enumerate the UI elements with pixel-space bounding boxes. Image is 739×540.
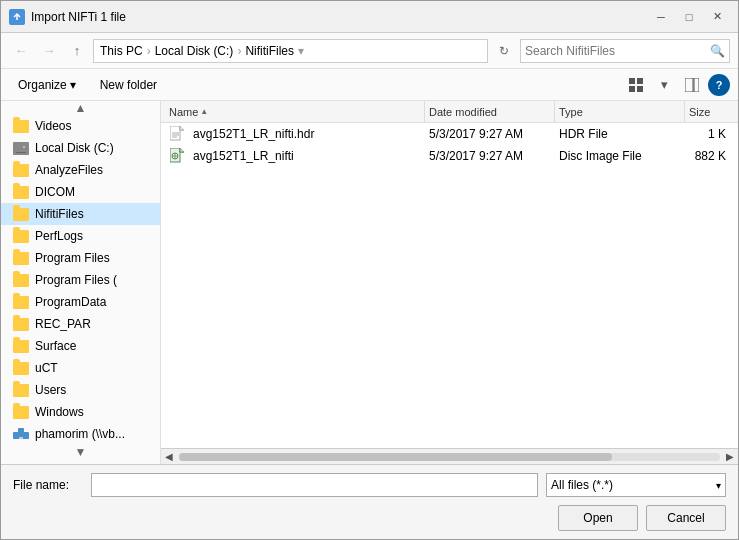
file-icon-hdr	[169, 126, 185, 142]
sidebar-item-recpar[interactable]: REC_PAR	[1, 313, 160, 335]
file-list: avg152T1_LR_nifti.hdr 5/3/2017 9:27 AM H…	[161, 123, 738, 448]
sidebar-label-analyzefiles: AnalyzeFiles	[35, 163, 103, 177]
sidebar-item-localdisk[interactable]: Local Disk (C:)	[1, 137, 160, 159]
column-header-size[interactable]: Size	[685, 101, 734, 122]
maximize-button[interactable]: □	[676, 7, 702, 27]
sidebar-item-surface[interactable]: Surface	[1, 335, 160, 357]
sidebar-item-programfiles86[interactable]: Program Files (	[1, 269, 160, 291]
folder-icon	[13, 120, 29, 133]
sidebar-item-windows[interactable]: Windows	[1, 401, 160, 423]
view-button[interactable]	[624, 73, 648, 97]
table-row[interactable]: avg152T1_LR_nifti.hdr 5/3/2017 9:27 AM H…	[161, 123, 738, 145]
drive-icon	[13, 142, 29, 155]
secondary-toolbar: Organize ▾ New folder ▾ ?	[1, 69, 738, 101]
file-type-2: Disc Image File	[555, 149, 685, 163]
action-buttons: Open Cancel	[13, 505, 726, 531]
dialog-title: Import NIFTi 1 file	[31, 10, 648, 24]
help-button[interactable]: ?	[708, 74, 730, 96]
filename-row: File name: All files (*.*) ▾	[13, 473, 726, 497]
open-button[interactable]: Open	[558, 505, 638, 531]
dialog-window: Import NIFTi 1 file ─ □ ✕ ← → ↑ This PC …	[0, 0, 739, 540]
breadcrumb-sep1: ›	[147, 44, 151, 58]
organize-button[interactable]: Organize ▾	[9, 74, 85, 96]
sidebar-item-videos[interactable]: Videos	[1, 115, 160, 137]
preview-button[interactable]	[680, 73, 704, 97]
sidebar-label-videos: Videos	[35, 119, 71, 133]
sidebar-label-recpar: REC_PAR	[35, 317, 91, 331]
up-button[interactable]: ↑	[65, 39, 89, 63]
sidebar-label-programfiles: Program Files	[35, 251, 110, 265]
sidebar-label-surface: Surface	[35, 339, 76, 353]
scroll-left-button[interactable]: ◀	[161, 449, 177, 465]
folder-icon	[13, 362, 29, 375]
sidebar-item-users[interactable]: Users	[1, 379, 160, 401]
sidebar-item-nifitifiles[interactable]: NifitiFiles	[1, 203, 160, 225]
sidebar-label-perflogs: PerfLogs	[35, 229, 83, 243]
breadcrumb-nifitifiles: NifitiFiles	[245, 44, 294, 58]
window-controls: ─ □ ✕	[648, 7, 730, 27]
view-dropdown-button[interactable]: ▾	[652, 73, 676, 97]
new-folder-button[interactable]: New folder	[91, 74, 166, 96]
dialog-icon	[9, 9, 25, 25]
breadcrumb[interactable]: This PC › Local Disk (C:) › NifitiFiles …	[93, 39, 488, 63]
sidebar-label-localdisk: Local Disk (C:)	[35, 141, 114, 155]
svg-point-9	[23, 146, 25, 148]
scrollbar-thumb	[179, 453, 612, 461]
cancel-button[interactable]: Cancel	[646, 505, 726, 531]
folder-icon	[13, 274, 29, 287]
folder-icon	[13, 230, 29, 243]
sidebar-item-phamorim[interactable]: phamorim (\\vb...	[1, 423, 160, 445]
svg-rect-6	[694, 78, 699, 92]
forward-button[interactable]: →	[37, 39, 61, 63]
folder-icon	[13, 340, 29, 353]
svg-rect-4	[637, 86, 643, 92]
search-icon[interactable]: 🔍	[710, 44, 725, 58]
sidebar-label-windows: Windows	[35, 405, 84, 419]
sidebar-item-perflogs[interactable]: PerfLogs	[1, 225, 160, 247]
table-row[interactable]: avg152T1_LR_nifti 5/3/2017 9:27 AM Disc …	[161, 145, 738, 167]
minimize-button[interactable]: ─	[648, 7, 674, 27]
network-icon	[13, 428, 29, 441]
sidebar-item-uct[interactable]: uCT	[1, 357, 160, 379]
sidebar-label-phamorim: phamorim (\\vb...	[35, 427, 125, 441]
horizontal-scrollbar[interactable]: ◀ ▶	[161, 448, 738, 464]
file-list-container: Name ▲ Date modified Type Size	[161, 101, 738, 464]
column-header-name[interactable]: Name ▲	[165, 101, 425, 122]
filename-input[interactable]	[91, 473, 538, 497]
folder-icon	[13, 406, 29, 419]
svg-rect-5	[685, 78, 693, 92]
sidebar-label-programdata: ProgramData	[35, 295, 106, 309]
title-bar: Import NIFTi 1 file ─ □ ✕	[1, 1, 738, 33]
file-list-header: Name ▲ Date modified Type Size	[161, 101, 738, 123]
breadcrumb-dropdown: ▾	[298, 44, 304, 58]
svg-rect-2	[637, 78, 643, 84]
sidebar-label-users: Users	[35, 383, 66, 397]
sidebar-item-programdata[interactable]: ProgramData	[1, 291, 160, 313]
sidebar-label-dicom: DICOM	[35, 185, 75, 199]
file-type-1: HDR File	[555, 127, 685, 141]
close-button[interactable]: ✕	[704, 7, 730, 27]
scrollbar-track	[179, 453, 720, 461]
refresh-button[interactable]: ↻	[492, 39, 516, 63]
svg-rect-8	[16, 152, 26, 153]
sidebar-scroll-up[interactable]: ▲	[1, 101, 160, 115]
column-header-type[interactable]: Type	[555, 101, 685, 122]
organize-label: Organize	[18, 78, 67, 92]
organize-chevron-icon: ▾	[70, 78, 76, 92]
search-input[interactable]	[525, 44, 710, 58]
file-icon-nifti	[169, 148, 185, 164]
sidebar-scroll-down[interactable]: ▼	[1, 445, 160, 459]
sidebar-label-programfiles86: Program Files (	[35, 273, 117, 287]
scroll-right-button[interactable]: ▶	[722, 449, 738, 465]
sidebar-item-analyzefiles[interactable]: AnalyzeFiles	[1, 159, 160, 181]
sidebar-item-programfiles[interactable]: Program Files	[1, 247, 160, 269]
file-size-2: 882 K	[685, 149, 734, 163]
filetype-select[interactable]: All files (*.*) ▾	[546, 473, 726, 497]
folder-icon	[13, 208, 29, 221]
view-controls: ▾ ?	[624, 73, 730, 97]
column-header-date[interactable]: Date modified	[425, 101, 555, 122]
sidebar-item-dicom[interactable]: DICOM	[1, 181, 160, 203]
back-button[interactable]: ←	[9, 39, 33, 63]
svg-rect-7	[15, 143, 27, 151]
file-date-1: 5/3/2017 9:27 AM	[425, 127, 555, 141]
